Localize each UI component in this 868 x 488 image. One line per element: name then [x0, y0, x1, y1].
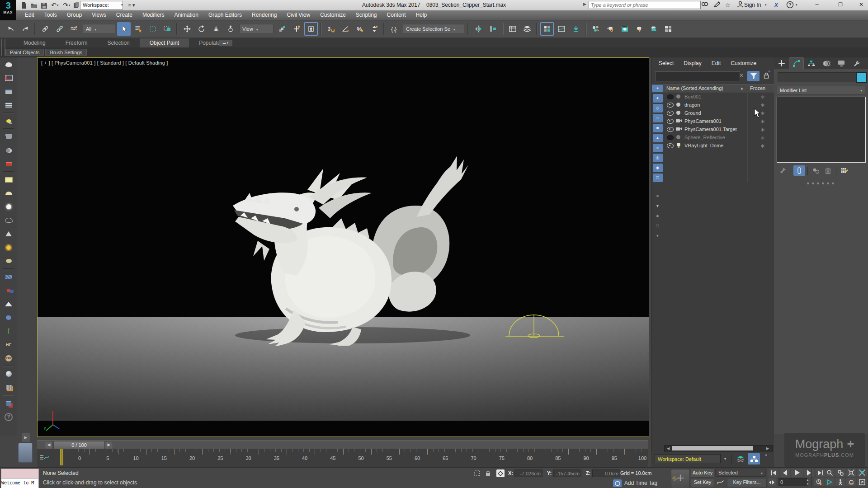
- menu-item[interactable]: Group: [62, 10, 87, 20]
- select-by-name-button[interactable]: [132, 22, 145, 36]
- select-and-link-icon[interactable]: [38, 22, 52, 36]
- modifier-stack[interactable]: [777, 97, 866, 163]
- ribbon-tab[interactable]: Freeform: [56, 38, 98, 47]
- use-pivot-point-button[interactable]: [275, 22, 289, 36]
- selection-region-icon[interactable]: [473, 469, 481, 477]
- exchange-store-icon[interactable]: X: [771, 1, 781, 9]
- vray-light-sphere-icon[interactable]: [2, 200, 15, 213]
- spinner-snap-toggle[interactable]: [368, 22, 381, 36]
- explorer-horizontal-scrollbar[interactable]: ◀ ▶: [664, 445, 773, 452]
- panel-resize-dots[interactable]: ■ ■ ■ ■ ■ ■: [774, 181, 868, 185]
- wireframe-color-swatch[interactable]: [856, 72, 867, 83]
- render-setup-button[interactable]: [604, 22, 617, 36]
- go-to-end-button[interactable]: [816, 469, 826, 477]
- set-key-button[interactable]: Set Key: [691, 478, 714, 487]
- named-selection-sets-dropdown[interactable]: Create Selection Se▾: [403, 24, 464, 34]
- menu-item[interactable]: Modifiers: [137, 10, 170, 20]
- redo-button[interactable]: [19, 22, 32, 36]
- edit-named-selection-sets-button[interactable]: { }: [387, 22, 401, 36]
- explorer-menu-item[interactable]: Display: [684, 60, 701, 66]
- key-filters-button[interactable]: Key Filters...: [727, 478, 767, 487]
- mini-curve-editor-icon[interactable]: [39, 454, 49, 463]
- walk-through-button[interactable]: [835, 478, 845, 486]
- frame-spinner[interactable]: ▲▼: [806, 478, 810, 486]
- filter-selection-sets-icon[interactable]: □: [653, 174, 663, 182]
- show-end-result-button[interactable]: [793, 165, 805, 176]
- footer-overflow-chevron[interactable]: »: [765, 453, 767, 457]
- current-frame-marker[interactable]: [60, 449, 63, 465]
- motion-tab[interactable]: [819, 57, 834, 69]
- y-coordinate-field[interactable]: [553, 469, 581, 477]
- select-and-scale-button[interactable]: [209, 22, 223, 36]
- select-and-manipulate-button[interactable]: [290, 22, 303, 36]
- dragon-model[interactable]: [217, 138, 479, 346]
- menu-item[interactable]: Customize: [315, 10, 351, 20]
- workspace-footer-caret[interactable]: ▾: [722, 454, 729, 464]
- frozen-snowflake-icon[interactable]: ∗: [754, 142, 772, 149]
- visibility-eye-icon[interactable]: [667, 119, 674, 124]
- vray-light-plane-icon[interactable]: [2, 173, 15, 186]
- menu-item[interactable]: Views: [87, 10, 111, 20]
- 3dsmax-logo[interactable]: 3 MAX: [0, 0, 16, 20]
- pin-stack-button[interactable]: [777, 165, 788, 176]
- select-object-button[interactable]: [117, 22, 131, 36]
- object-row[interactable]: Box001 ∗: [664, 93, 774, 101]
- user-avatar-icon[interactable]: [735, 1, 745, 9]
- frozen-column-header[interactable]: Frozen: [750, 85, 765, 91]
- auto-key-button[interactable]: Auto Key: [691, 469, 714, 478]
- frozen-snowflake-icon[interactable]: ∗: [754, 126, 772, 133]
- modifier-list-dropdown[interactable]: Modifier List▾: [777, 86, 865, 94]
- filter-xrefs-icon[interactable]: ◆: [653, 164, 663, 172]
- visibility-eye-icon[interactable]: [667, 94, 674, 99]
- workspace-caret[interactable]: ▾: [121, 3, 123, 7]
- scroll-right-arrow[interactable]: ▶: [764, 446, 771, 451]
- time-slider-handle[interactable]: 0 / 100: [53, 441, 105, 449]
- toggle-ribbon-button[interactable]: [540, 22, 554, 36]
- render-production-button[interactable]: [632, 22, 646, 36]
- vray-metaball-icon[interactable]: [2, 284, 15, 297]
- dome-camera-icon[interactable]: [2, 144, 15, 157]
- make-unique-button[interactable]: [810, 165, 822, 176]
- set-keys-button[interactable]: +⚿: [671, 469, 690, 488]
- modify-tab[interactable]: [789, 57, 804, 69]
- restore-button[interactable]: ❐: [831, 0, 850, 10]
- rectangular-selection-region-button[interactable]: [146, 22, 160, 36]
- hair-fur-icon[interactable]: [2, 338, 15, 351]
- toolbar-expand-button[interactable]: ▶: [22, 433, 30, 442]
- reference-coordinate-system-dropdown[interactable]: View▾: [239, 24, 274, 34]
- menu-item[interactable]: Civil View: [282, 10, 315, 20]
- vray-scatter-icon[interactable]: [2, 311, 15, 324]
- visibility-eye-icon[interactable]: [667, 143, 674, 148]
- explorer-menu-item[interactable]: Customize: [731, 60, 756, 66]
- ribbon-panel-button[interactable]: Paint Objects: [5, 49, 44, 56]
- ribbon-tab[interactable]: Selection: [97, 38, 139, 47]
- frozen-snowflake-icon[interactable]: ∗: [754, 102, 772, 108]
- redo-dropdown-caret[interactable]: ▾: [69, 4, 71, 7]
- scroll-left-arrow[interactable]: ◀: [665, 446, 671, 451]
- render-in-cloud-button[interactable]: [647, 22, 660, 36]
- spreadsheet-icon[interactable]: [2, 99, 15, 112]
- menu-item[interactable]: Edit: [20, 10, 39, 20]
- help-icon[interactable]: ?: [785, 1, 795, 9]
- vray-proxy-icon[interactable]: [2, 270, 15, 283]
- z-coordinate-field[interactable]: [592, 469, 620, 477]
- scrollbar-thumb[interactable]: [672, 446, 753, 450]
- maxscript-mini-listener-top[interactable]: [1, 469, 39, 479]
- animation-selection-set-dropdown[interactable]: Selected▾: [715, 469, 766, 477]
- ornatrix-icon[interactable]: [2, 352, 15, 365]
- ribbon-panel-button[interactable]: Brush Settings: [45, 49, 87, 56]
- visibility-eye-icon[interactable]: [667, 103, 674, 108]
- object-row[interactable]: PhysCamera001.Target ∗: [664, 125, 774, 133]
- ribbon-grip[interactable]: [1, 39, 5, 56]
- frozen-snowflake-icon[interactable]: ∗: [754, 134, 772, 141]
- sort-ascending-icon[interactable]: ▲: [740, 86, 744, 90]
- visibility-eye-icon[interactable]: [667, 135, 674, 140]
- scene-converter-icon[interactable]: [2, 397, 15, 410]
- keyboard-shortcut-override-toggle[interactable]: [304, 22, 318, 36]
- object-row[interactable]: dragon ∗: [664, 101, 774, 109]
- film-camera-icon[interactable]: [2, 130, 15, 143]
- frame-buffer-icon[interactable]: [2, 71, 15, 84]
- snaps-toggle[interactable]: 3: [324, 22, 338, 36]
- filter-groups-icon[interactable]: ◎: [653, 154, 663, 162]
- key-mode-toggle[interactable]: [715, 478, 725, 486]
